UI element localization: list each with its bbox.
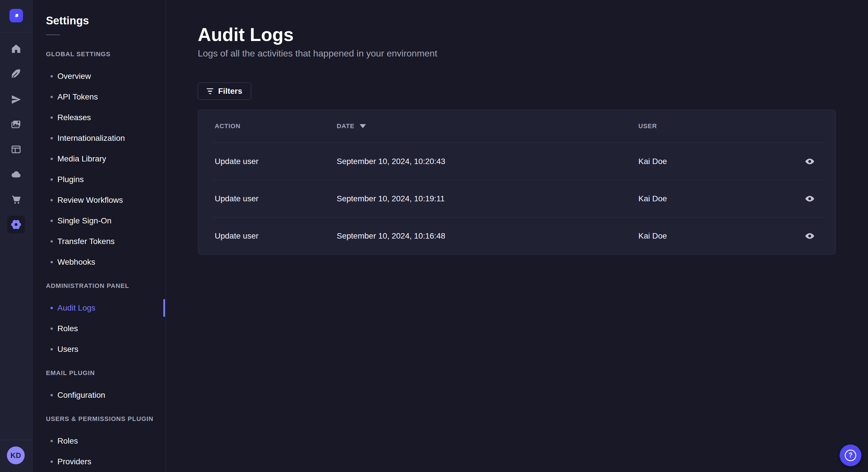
strapi-logo-icon (12, 12, 20, 20)
subnav-item-review-workflows[interactable]: Review Workflows (32, 190, 166, 210)
table-row-group: Update user September 10, 2024, 10:16:48… (198, 217, 836, 255)
subnav-item-label: Webhooks (57, 258, 95, 267)
column-header-date[interactable]: DATE (337, 123, 639, 130)
table-header-row: ACTION DATE USER (198, 110, 836, 142)
bullet-icon (51, 307, 53, 309)
bullet-icon (51, 137, 53, 139)
cell-date: September 10, 2024, 10:16:48 (337, 231, 639, 241)
view-details-button[interactable] (803, 192, 816, 205)
rail-divider (0, 32, 32, 32)
subnav-item-users[interactable]: Users (32, 339, 166, 360)
avatar-initials: KD (10, 451, 21, 460)
sort-desc-icon[interactable] (360, 124, 366, 128)
cell-user: Kai Doe (639, 194, 793, 203)
subnav-item-releases[interactable]: Releases (32, 107, 166, 128)
subnav-item-label: Overview (57, 72, 91, 81)
page-title: Audit Logs (198, 24, 293, 45)
subnav-item-label: Plugins (57, 175, 84, 184)
send-icon[interactable] (7, 91, 25, 108)
subnav-item-overview[interactable]: Overview (32, 66, 166, 87)
subnav-item-audit-logs[interactable]: Audit Logs (32, 298, 166, 318)
table-row-group: Update user September 10, 2024, 10:20:43… (198, 142, 836, 180)
settings-icon[interactable] (7, 216, 25, 233)
filters-button-label: Filters (218, 87, 242, 96)
strapi-logo[interactable] (9, 9, 23, 22)
subnav-item-media-library[interactable]: Media Library (32, 148, 166, 169)
bullet-icon (51, 394, 53, 396)
column-header-action[interactable]: ACTION (215, 123, 337, 130)
subnav-item-label: Releases (57, 113, 91, 122)
subnav-list: Roles Providers (32, 431, 166, 472)
bullet-icon (51, 96, 53, 98)
cell-action: Update user (215, 194, 337, 203)
subnav-item-providers[interactable]: Providers (32, 451, 166, 472)
subnav-item-label: Providers (57, 457, 91, 466)
view-details-button[interactable] (803, 229, 816, 243)
question-icon: ? (845, 450, 856, 461)
feather-icon[interactable] (7, 65, 25, 82)
bullet-icon (51, 328, 53, 330)
subnav-item-label: Transfer Tokens (57, 237, 115, 246)
help-button[interactable]: ? (840, 444, 861, 466)
cell-user: Kai Doe (639, 157, 793, 166)
subnav-item-transfer-tokens[interactable]: Transfer Tokens (32, 231, 166, 252)
subnav-item-plugins[interactable]: Plugins (32, 169, 166, 190)
table-row[interactable]: Update user September 10, 2024, 10:20:43… (198, 143, 836, 180)
subnav-item-roles[interactable]: Roles (32, 431, 166, 451)
settings-subnav: Settings GLOBAL SETTINGS Overview API To… (32, 0, 166, 472)
bullet-icon (51, 440, 53, 442)
subnav-item-webhooks[interactable]: Webhooks (32, 252, 166, 272)
layout-icon[interactable] (7, 140, 25, 158)
cloud-icon[interactable] (7, 165, 25, 183)
subnav-item-configuration[interactable]: Configuration (32, 385, 166, 405)
subnav-section: GLOBAL SETTINGS Overview API Tokens Rele… (32, 50, 166, 272)
bullet-icon (51, 199, 53, 201)
view-details-button[interactable] (803, 155, 816, 168)
subnav-item-label: Roles (57, 436, 78, 446)
subnav-title-rule (46, 34, 60, 35)
table-row[interactable]: Update user September 10, 2024, 10:16:48… (198, 217, 836, 255)
subnav-section: EMAIL PLUGIN Configuration (32, 369, 166, 405)
filter-icon (207, 88, 213, 94)
subnav-item-roles[interactable]: Roles (32, 318, 166, 339)
bullet-icon (51, 348, 53, 350)
subnav-item-single-sign-on[interactable]: Single Sign-On (32, 210, 166, 231)
audit-logs-table: ACTION DATE USER Update user September 1… (198, 109, 836, 255)
table-body: Update user September 10, 2024, 10:20:43… (198, 142, 836, 255)
filters-button[interactable]: Filters (198, 82, 251, 100)
media-library-icon[interactable] (7, 115, 25, 133)
bullet-icon (51, 158, 53, 160)
subnav-sections: GLOBAL SETTINGS Overview API Tokens Rele… (32, 50, 166, 472)
table-row[interactable]: Update user September 10, 2024, 10:19:11… (198, 180, 836, 217)
eye-icon (804, 156, 815, 167)
bullet-icon (51, 461, 53, 463)
main-nav-rail: KD (0, 0, 32, 472)
user-avatar[interactable]: KD (7, 446, 25, 464)
cart-icon[interactable] (7, 191, 25, 208)
eye-icon (804, 231, 815, 241)
subnav-item-label: Media Library (57, 154, 106, 164)
home-icon[interactable] (7, 40, 25, 58)
bullet-icon (51, 220, 53, 222)
bullet-icon (51, 261, 53, 263)
cell-date: September 10, 2024, 10:19:11 (337, 194, 639, 203)
subnav-item-label: API Tokens (57, 92, 98, 102)
subnav-section-label: GLOBAL SETTINGS (46, 50, 166, 59)
audit-logs-page: Audit Logs Logs of all the activities th… (166, 0, 868, 472)
subnav-item-api-tokens[interactable]: API Tokens (32, 87, 166, 107)
subnav-list: Overview API Tokens Releases Internation… (32, 66, 166, 272)
cell-user: Kai Doe (639, 231, 793, 241)
subnav-item-label: Users (57, 345, 79, 354)
page-subtitle: Logs of all the activities that happened… (198, 48, 437, 59)
table-row-group: Update user September 10, 2024, 10:19:11… (198, 180, 836, 217)
subnav-item-label: Internationalization (57, 134, 125, 143)
bullet-icon (51, 178, 53, 181)
bullet-icon (51, 75, 53, 77)
subnav-item-label: Audit Logs (57, 303, 95, 312)
active-item-indicator (163, 299, 165, 317)
subnav-section-label: EMAIL PLUGIN (46, 369, 166, 377)
subnav-item-label: Roles (57, 324, 78, 333)
column-header-user[interactable]: USER (639, 123, 793, 130)
subnav-item-internationalization[interactable]: Internationalization (32, 128, 166, 148)
subnav-section-label: ADMINISTRATION PANEL (46, 281, 166, 290)
